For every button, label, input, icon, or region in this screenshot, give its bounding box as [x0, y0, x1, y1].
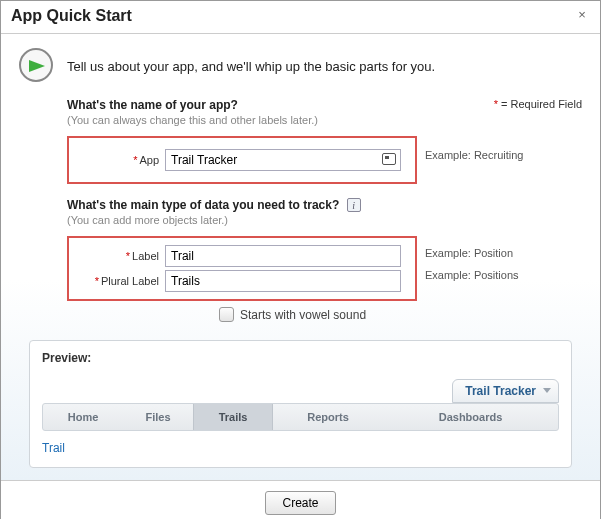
label-input[interactable] [165, 245, 401, 267]
intro-text: Tell us about your app, and we'll whip u… [67, 59, 435, 74]
vowel-label: Starts with vowel sound [240, 308, 366, 322]
app-field-label: *App [79, 154, 165, 166]
intro-row: Tell us about your app, and we'll whip u… [19, 48, 582, 84]
object-question: What's the main type of data you need to… [67, 198, 339, 212]
preview-object-link[interactable]: Trail [42, 441, 559, 455]
app-name-field-group: *App [67, 136, 417, 184]
dialog-body: Tell us about your app, and we'll whip u… [1, 34, 600, 480]
vowel-row: Starts with vowel sound [219, 307, 582, 322]
object-section: What's the main type of data you need to… [19, 198, 582, 322]
app-name-section: * = Required Field What's the name of yo… [19, 98, 582, 184]
chevron-down-icon [543, 388, 551, 393]
quick-start-dialog: App Quick Start × Tell us about your app… [0, 0, 601, 519]
label-field-label: *Label [79, 250, 165, 262]
tab-files[interactable]: Files [123, 404, 193, 430]
dialog-footer: Create [1, 480, 600, 519]
tab-dashboards[interactable]: Dashboards [383, 404, 558, 430]
close-icon[interactable]: × [574, 8, 590, 24]
label-example: Example: Position [425, 247, 519, 259]
tab-home[interactable]: Home [43, 404, 123, 430]
plural-label-example: Example: Positions [425, 269, 519, 281]
tab-reports[interactable]: Reports [273, 404, 383, 430]
lookup-icon[interactable] [382, 153, 396, 165]
preview-heading: Preview: [42, 351, 559, 365]
object-field-group: *Label *Plural Label [67, 236, 417, 301]
stopwatch-icon [19, 48, 55, 84]
plural-label-input[interactable] [165, 270, 401, 292]
plural-label-field-label: *Plural Label [79, 275, 165, 287]
vowel-checkbox[interactable] [219, 307, 234, 322]
app-selector-label: Trail Tracker [465, 384, 536, 398]
dialog-title: App Quick Start [11, 7, 132, 25]
create-button[interactable]: Create [265, 491, 335, 515]
app-name-input[interactable] [165, 149, 401, 171]
preview-panel: Preview: Trail Tracker Home Files Trails… [29, 340, 572, 468]
required-field-note: * = Required Field [494, 98, 582, 110]
app-name-hint: (You can always change this and other la… [67, 114, 582, 126]
tab-trails[interactable]: Trails [193, 404, 273, 430]
preview-tabbar: Home Files Trails Reports Dashboards [42, 403, 559, 431]
titlebar: App Quick Start × [1, 1, 600, 34]
app-name-example: Example: Recruiting [425, 149, 523, 161]
info-icon[interactable]: i [347, 198, 361, 212]
app-selector-pill[interactable]: Trail Tracker [452, 379, 559, 403]
object-hint: (You can add more objects later.) [67, 214, 582, 226]
